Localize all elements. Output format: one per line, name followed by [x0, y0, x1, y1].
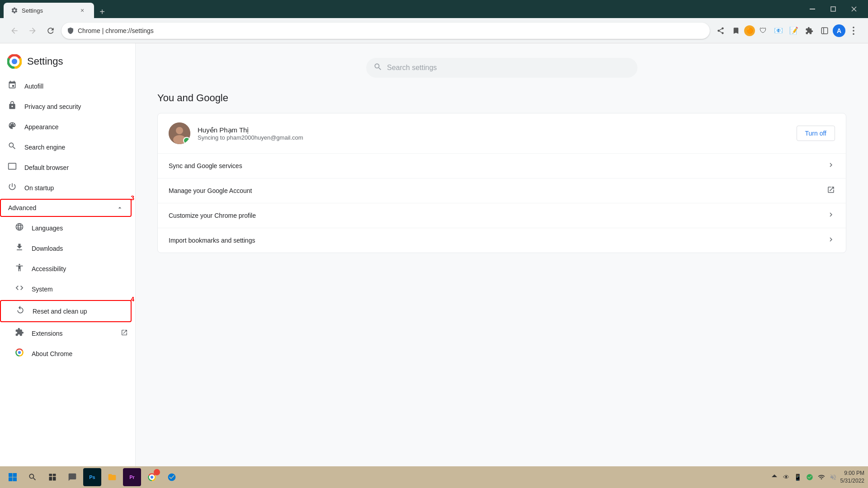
languages-icon	[14, 222, 24, 234]
sidebar-item-appearance-label: Appearance	[24, 123, 59, 131]
sidebar-item-default-browser-label: Default browser	[24, 164, 69, 171]
sidebar-item-search[interactable]: Search engine	[0, 137, 132, 157]
system-icon	[14, 283, 24, 295]
settings-content-area: Search settings You and Google	[136, 43, 868, 466]
address-bar[interactable]: Chrome | chrome://settings	[61, 23, 710, 39]
sidebar-item-languages[interactable]: Languages	[0, 218, 135, 238]
svg-rect-23	[49, 477, 52, 480]
user-profile-row: Huyền Phạm Thị Syncing to pham2000huyen@…	[158, 113, 846, 153]
manage-account-label: Manage your Google Account	[169, 187, 827, 194]
tray-icon-1[interactable]: 👁	[782, 473, 791, 482]
tab-close-button[interactable]: ×	[78, 6, 87, 15]
ext-icon-2[interactable]: 🛡	[756, 23, 770, 38]
user-info: Huyền Phạm Thị Syncing to pham2000huyen@…	[198, 126, 789, 141]
tray-icon-3[interactable]	[805, 473, 814, 482]
premiere-button[interactable]: Pr	[123, 468, 141, 486]
sidebar-item-about-chrome[interactable]: About Chrome	[0, 343, 135, 364]
tray-icon-network[interactable]	[817, 473, 826, 482]
photoshop-button[interactable]: Ps	[83, 468, 101, 486]
taskbar-search-button[interactable]	[24, 468, 42, 486]
customize-profile-label: Customize your Chrome profile	[169, 212, 827, 219]
sidebar-toggle[interactable]	[817, 23, 832, 38]
sidebar-item-appearance[interactable]: Appearance	[0, 117, 132, 137]
edge-button[interactable]	[163, 468, 181, 486]
sidebar-item-reset-label: Reset and clean up	[33, 308, 87, 315]
sidebar-item-default-browser[interactable]: Default browser	[0, 157, 132, 178]
window-controls	[802, 0, 864, 18]
new-tab-button[interactable]: +	[96, 5, 108, 18]
share-button[interactable]	[713, 23, 728, 38]
address-text: Chrome | chrome://settings	[78, 27, 704, 34]
svg-point-13	[18, 351, 21, 354]
annotation-badge-3: 3	[131, 194, 134, 202]
nav-bar: Chrome | chrome://settings 🟠 🛡 📧 📝 A	[0, 18, 868, 43]
default-browser-icon	[7, 162, 17, 173]
active-tab[interactable]: Settings ×	[4, 3, 94, 18]
manage-account-row[interactable]: Manage your Google Account	[158, 178, 846, 203]
more-menu-button[interactable]	[846, 23, 861, 38]
reload-button[interactable]	[43, 23, 58, 38]
close-button[interactable]	[844, 0, 864, 18]
sidebar-item-autofill-label: Autofill	[24, 83, 43, 90]
accessibility-icon	[14, 263, 24, 274]
settings-card: Huyền Phạm Thị Syncing to pham2000huyen@…	[157, 113, 846, 253]
svg-point-15	[176, 127, 183, 134]
settings-tab-icon	[11, 7, 18, 14]
autofill-icon	[7, 80, 17, 92]
import-bookmarks-row[interactable]: Import bookmarks and settings	[158, 228, 846, 253]
sidebar-item-system[interactable]: System	[0, 279, 135, 299]
search-bar-icon	[373, 62, 382, 74]
svg-rect-1	[831, 7, 835, 11]
tray-icon-sound[interactable]	[829, 473, 838, 482]
sidebar-item-reset[interactable]: Reset and clean up	[1, 301, 131, 321]
tray-expand[interactable]	[770, 473, 779, 482]
chrome-logo-icon	[7, 54, 22, 69]
advanced-section-label: Advanced	[8, 204, 36, 211]
ext-icon-1[interactable]: 🟠	[744, 25, 755, 36]
section-title: You and Google	[157, 92, 846, 104]
svg-rect-0	[810, 9, 815, 9]
task-view-button[interactable]	[43, 468, 61, 486]
ext-icon-3[interactable]: 📧	[771, 23, 786, 38]
tray-icon-2[interactable]: 📱	[793, 473, 802, 482]
svg-rect-21	[49, 474, 52, 476]
bookmark-button[interactable]	[729, 23, 743, 38]
annotation-badge-4: 4	[131, 296, 134, 303]
ext-icon-4[interactable]: 📝	[787, 23, 801, 38]
address-security-icon	[67, 27, 74, 34]
back-button[interactable]	[7, 23, 22, 38]
downloads-icon	[14, 243, 24, 254]
chat-button[interactable]	[63, 468, 81, 486]
sync-row[interactable]: Sync and Google services	[158, 153, 846, 178]
sidebar-item-autofill[interactable]: Autofill	[0, 76, 132, 96]
taskbar-time[interactable]: 9:00 PM 5/31/2022	[840, 469, 864, 485]
taskbar: Ps Pr	[0, 466, 868, 488]
sidebar-item-about-chrome-label: About Chrome	[32, 350, 72, 357]
advanced-section-toggle[interactable]: Advanced	[1, 200, 131, 216]
maximize-button[interactable]	[823, 0, 844, 18]
turn-off-button[interactable]: Turn off	[797, 126, 835, 141]
sync-badge	[183, 137, 190, 144]
sidebar-item-extensions[interactable]: Extensions	[0, 323, 135, 343]
minimize-button[interactable]	[802, 0, 823, 18]
svg-point-11	[12, 59, 17, 64]
sidebar-item-search-label: Search engine	[24, 144, 65, 151]
sidebar-item-accessibility[interactable]: Accessibility	[0, 258, 135, 279]
forward-button[interactable]	[25, 23, 40, 38]
advanced-collapse-icon	[116, 204, 123, 211]
privacy-icon	[7, 101, 17, 112]
file-explorer-button[interactable]	[103, 468, 121, 486]
sidebar-item-privacy[interactable]: Privacy and security	[0, 96, 132, 117]
chrome-taskbar-button[interactable]	[143, 468, 161, 486]
sidebar-item-downloads[interactable]: Downloads	[0, 238, 135, 258]
extensions-button[interactable]	[802, 23, 816, 38]
customize-profile-row[interactable]: Customize your Chrome profile	[158, 203, 846, 228]
sidebar-item-system-label: System	[32, 286, 53, 293]
sidebar-title: Settings	[27, 56, 63, 67]
start-button[interactable]	[4, 468, 22, 486]
sidebar-item-downloads-label: Downloads	[32, 245, 63, 252]
profile-avatar[interactable]: A	[833, 24, 845, 37]
search-bar[interactable]: Search settings	[366, 58, 637, 78]
search-engine-icon	[7, 141, 17, 153]
sidebar-item-on-startup[interactable]: On startup	[0, 178, 132, 198]
